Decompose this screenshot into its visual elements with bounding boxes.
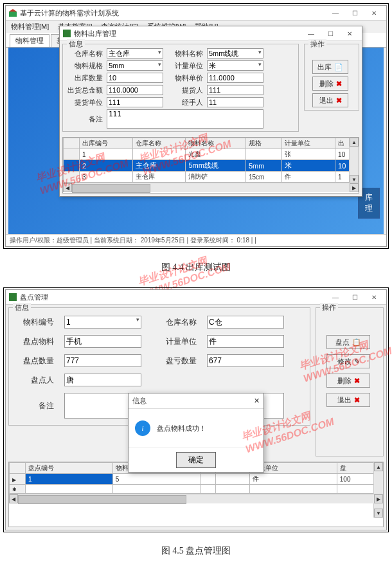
hscrollbar[interactable]: ◀▶ xyxy=(9,494,383,503)
dialog-close[interactable]: ✕ xyxy=(364,291,384,303)
dialog-minimize[interactable]: — xyxy=(326,291,345,303)
msg-close-icon[interactable]: ✕ xyxy=(254,397,260,405)
outbound-dialog: 物料出库管理 — ☐ ✕ 信息 仓库名称 物料名称 物料规格 xyxy=(59,26,362,197)
table-row[interactable]: 3主仓库消防铲15cm件1 xyxy=(64,172,359,183)
dialog-close[interactable]: ✕ xyxy=(340,28,359,39)
ops-group: 操作 出库📄 删除✖ 退出✖ xyxy=(304,44,359,111)
exit-button[interactable]: 退出✖ xyxy=(312,93,348,107)
unit-label: 计量单位 xyxy=(167,61,203,71)
svg-marker-1 xyxy=(9,9,17,12)
warehouse-name-label: 仓库名称 xyxy=(67,49,103,59)
receiver-input[interactable] xyxy=(207,85,263,95)
table-row[interactable] xyxy=(10,485,383,494)
svg-rect-3 xyxy=(9,293,17,301)
info-group: 信息 仓库名称 物料名称 物料规格 计量单位 出库数量 物料单价 xyxy=(62,44,299,132)
out-table: 出库编号仓库名称物料名称规格计量单位出 1光盘张102主仓库5mm线缆5mm米1… xyxy=(62,137,359,194)
out-qty-input[interactable] xyxy=(107,73,163,83)
diff-input[interactable] xyxy=(207,354,284,367)
hscrollbar[interactable]: ◀▶ xyxy=(63,183,359,192)
unit-price-input[interactable] xyxy=(207,73,263,83)
main-titlebar: 基于云计算的物料需求计划系统 — ☐ ✕ xyxy=(6,6,386,21)
col-header[interactable]: 仓库名称 xyxy=(132,138,186,149)
close-button[interactable]: ✕ xyxy=(364,7,384,19)
diff-label: 盘亏数量 xyxy=(152,356,197,366)
person-input[interactable] xyxy=(64,374,141,386)
dialog-title: 盘点管理 xyxy=(20,293,326,302)
main-title: 基于云计算的物料需求计划系统 xyxy=(20,8,326,18)
col-header[interactable] xyxy=(10,463,26,474)
col-header[interactable]: 出库编号 xyxy=(80,138,133,149)
exit-button-label: 退出 xyxy=(337,395,352,405)
minimize-button[interactable]: — xyxy=(326,7,345,19)
qty-input[interactable] xyxy=(64,354,141,367)
matname-input[interactable] xyxy=(64,335,141,348)
spec-label: 物料规格 xyxy=(67,61,103,71)
receiver-unit-label: 提货单位 xyxy=(67,98,103,107)
dialog-icon xyxy=(8,293,17,302)
unit-label: 计量单位 xyxy=(152,336,197,347)
receiver-unit-input[interactable] xyxy=(107,97,163,107)
whname-label: 仓库名称 xyxy=(152,317,197,328)
delete-button[interactable]: 删除✖ xyxy=(326,374,370,388)
ops-legend: 操作 xyxy=(308,39,326,49)
exit-button-label: 退出 xyxy=(319,96,334,105)
table-row[interactable]: 15件100 xyxy=(10,474,383,485)
total-input[interactable] xyxy=(107,85,163,95)
unit-price-label: 物料单价 xyxy=(167,73,203,83)
out-qty-label: 出库数量 xyxy=(67,73,103,83)
material-name-label: 物料名称 xyxy=(167,49,203,59)
svg-rect-0 xyxy=(9,12,17,17)
col-header[interactable]: 规格 xyxy=(245,138,281,149)
exit-button[interactable]: 退出✖ xyxy=(326,393,370,407)
table-row[interactable]: 1光盘张10 xyxy=(64,149,359,160)
delete-icon: ✖ xyxy=(336,80,342,88)
unit-select[interactable] xyxy=(207,60,263,71)
remark-label: 备注 xyxy=(15,401,54,411)
table-row[interactable]: 2主仓库5mm线缆5mm米10 xyxy=(64,160,359,172)
vscrollbar[interactable]: ▲▼ xyxy=(349,138,359,184)
ops-legend: 操作 xyxy=(320,303,338,312)
col-header[interactable]: 物料名称 xyxy=(186,138,246,149)
svg-rect-2 xyxy=(63,30,71,37)
maximize-button[interactable]: ☐ xyxy=(345,7,364,19)
material-name-select[interactable] xyxy=(207,48,263,59)
tab-material[interactable]: 物料管理 xyxy=(10,34,49,47)
status-bar: 操作用户/权限：超级管理员 | 当前系统日期： 2019年5月25日 | 登录系… xyxy=(6,234,386,246)
out-button-label: 出库 xyxy=(317,62,332,72)
dialog-maximize[interactable]: ☐ xyxy=(345,291,364,303)
remark-input[interactable]: 111 xyxy=(107,109,263,129)
check-button[interactable]: 盘点📋 xyxy=(326,335,370,349)
unit-input[interactable] xyxy=(207,335,284,348)
out-button[interactable]: 出库📄 xyxy=(312,60,348,74)
col-header[interactable]: 盘点编号 xyxy=(26,463,113,474)
dialog-maximize[interactable]: ☐ xyxy=(321,28,340,39)
remark-label: 备注 xyxy=(67,114,103,124)
dialog-minimize[interactable]: — xyxy=(301,28,321,39)
delete-button[interactable]: 删除✖ xyxy=(312,77,348,91)
person-label: 盘点人 xyxy=(15,375,54,386)
info-icon: i xyxy=(135,420,150,436)
inventory-dialog: 盘点管理 — ☐ ✕ 信息 物料编号 仓库名称 盘点物料 xyxy=(5,289,387,530)
ops-group: 操作 盘点📋 修改✎ 删除✖ 退出✖ xyxy=(316,307,384,456)
msg-text: 盘点物料成功！ xyxy=(157,424,206,433)
qty-label: 盘点数量 xyxy=(15,356,54,366)
msg-title: 信息 xyxy=(132,396,147,406)
dialog-title: 物料出库管理 xyxy=(74,29,301,39)
receiver-label: 提货人 xyxy=(167,86,203,95)
info-legend: 信息 xyxy=(13,303,31,312)
spec-select[interactable] xyxy=(107,60,163,71)
menu-item[interactable]: 物料管理[M] xyxy=(11,22,49,32)
matno-select[interactable] xyxy=(64,316,141,329)
handler-input[interactable] xyxy=(207,97,263,107)
col-header[interactable]: 计量单位 xyxy=(282,138,335,149)
exit-icon: ✖ xyxy=(336,96,342,105)
vscrollbar[interactable]: ▲▼ xyxy=(373,462,383,518)
warehouse-name-select[interactable] xyxy=(107,48,163,59)
total-label: 出货总金额 xyxy=(67,86,103,95)
check-button-label: 盘点 xyxy=(335,338,350,347)
message-box: 信息 ✕ i 盘点物料成功！ 确定 xyxy=(128,393,264,473)
msg-ok-button[interactable]: 确定 xyxy=(176,452,216,468)
whname-input[interactable] xyxy=(207,316,284,329)
col-header[interactable] xyxy=(64,138,80,149)
edit-button[interactable]: 修改✎ xyxy=(326,354,370,368)
